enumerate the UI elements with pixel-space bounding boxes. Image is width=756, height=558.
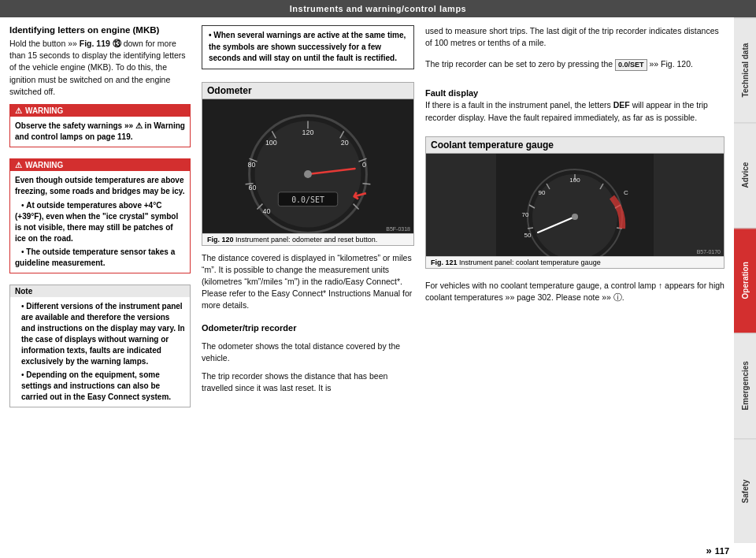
sidebar-item-operation[interactable]: Operation <box>734 228 756 333</box>
warning-body-1: Observe the safety warnings »» ⚠ in Warn… <box>10 117 190 147</box>
coolant-section: Coolant temperature gauge <box>425 136 724 269</box>
odometer-title: Odometer <box>202 83 413 99</box>
note-body: Different versions of the instrument pan… <box>10 297 190 407</box>
coolant-title: Coolant temperature gauge <box>426 137 724 154</box>
sidebar-item-emergencies[interactable]: Emergencies <box>734 333 756 437</box>
fig120-caption: Fig. 120 Instrument panel: odometer and … <box>202 233 413 245</box>
svg-point-39 <box>572 214 578 220</box>
fig120-label: Fig. 120 <box>207 236 234 244</box>
warning2-bullet1: At outside temperatures above +4°C (+39°… <box>15 200 185 244</box>
odometer-trip-title: Odometer/trip recorder <box>202 323 414 333</box>
warning2-bold-text: Even though outside temperatures are abo… <box>15 176 184 195</box>
note-bullet2: Depending on the equipment, some setting… <box>21 370 185 403</box>
odometer-gauge-svg: 120 100 80 60 40 20 0 0.0/SET <box>202 99 413 233</box>
highlight-bullet-icon: • <box>209 31 212 39</box>
main-layout: Identifying letters on engine (MKB) Hold… <box>0 17 756 543</box>
svg-text:50: 50 <box>524 232 532 239</box>
right-body-zero: The trip recorder can be set to zero by … <box>425 58 724 71</box>
right-column: used to measure short trips. The last di… <box>425 25 724 535</box>
page-number: 117 <box>715 546 729 556</box>
coolant-image-area: 100 90 70 50 C B57-0170 <box>426 154 724 256</box>
svg-text:0: 0 <box>362 160 366 168</box>
warning-header-2: ⚠ WARNING <box>10 159 190 171</box>
page-number-row: » 117 <box>0 543 756 558</box>
warning-triangle-icon-2: ⚠ <box>15 161 22 169</box>
svg-text:80: 80 <box>248 160 256 168</box>
warning2-bullet2: The outside temperature sensor takes a g… <box>15 247 185 269</box>
content-area: Identifying letters on engine (MKB) Hold… <box>0 17 734 543</box>
zero-set-button-label: 0.0/SET <box>615 59 647 71</box>
svg-point-20 <box>304 169 312 177</box>
svg-text:0.0/SET: 0.0/SET <box>291 195 324 203</box>
warning-box-1: ⚠ WARNING Observe the safety warnings »»… <box>9 104 191 147</box>
arrow-right-icon: » <box>706 545 711 556</box>
section1-title: Identifying letters on engine (MKB) <box>9 25 191 35</box>
fault-display-section: Fault display If there is a fault in the… <box>425 84 724 123</box>
svg-text:20: 20 <box>341 139 349 147</box>
svg-text:C: C <box>624 189 628 196</box>
svg-text:60: 60 <box>249 183 257 191</box>
svg-text:120: 120 <box>302 128 314 136</box>
highlight-banner: • When several warnings are active at th… <box>202 25 414 69</box>
svg-line-29 <box>528 228 533 229</box>
section1: Identifying letters on engine (MKB) Hold… <box>9 25 191 98</box>
warning-body-2: Even though outside temperatures are abo… <box>10 171 190 273</box>
coolant-image-code: B57-0170 <box>697 249 721 255</box>
section1-body: Hold the button »» Fig. 119 ⑬ down for m… <box>9 38 191 98</box>
warning-box-2: ⚠ WARNING Even though outside temperatur… <box>9 158 191 273</box>
note-header: Note <box>10 285 190 297</box>
odometer-section: Odometer <box>202 82 414 246</box>
svg-line-10 <box>362 183 370 184</box>
fault-display-body: If there is a fault in the instrument pa… <box>425 99 724 123</box>
note-bullet1: Different versions of the instrument pan… <box>21 301 185 367</box>
header-title: Instruments and warning/control lamps <box>290 4 466 13</box>
middle-body2: The odometer shows the total distance co… <box>202 340 414 364</box>
fig121-label: Fig. 121 <box>431 259 458 266</box>
sidebar-item-advice[interactable]: Advice <box>734 122 756 227</box>
warning-header-1: ⚠ WARNING <box>10 105 190 117</box>
svg-text:100: 100 <box>265 139 277 147</box>
fig121-caption: Fig. 121 Instrument panel: coolant tempe… <box>426 256 724 268</box>
highlight-text: When several warnings are active at the … <box>209 31 406 62</box>
coolant-body: For vehicles with no coolant temperature… <box>425 280 724 303</box>
fig121-desc: Instrument panel: coolant temperature ga… <box>459 259 601 266</box>
image-reference-code: B5F-0318 <box>386 226 410 232</box>
left-column: Identifying letters on engine (MKB) Hold… <box>9 25 191 535</box>
sidebar: Technical data Advice Operation Emergenc… <box>734 17 756 543</box>
middle-column: • When several warnings are active at th… <box>202 25 414 535</box>
coolant-gauge-section: Coolant temperature gauge <box>425 136 724 269</box>
svg-text:100: 100 <box>569 177 580 184</box>
note-box: Note Different versions of the instrumen… <box>9 285 191 407</box>
right-body-continuation: used to measure short trips. The last di… <box>425 25 724 49</box>
svg-text:40: 40 <box>262 206 270 214</box>
fault-display-title: Fault display <box>425 88 724 98</box>
sidebar-item-technical-data[interactable]: Technical data <box>734 17 756 122</box>
warning-triangle-icon-1: ⚠ <box>15 106 22 115</box>
sidebar-item-safety[interactable]: Safety <box>734 438 756 543</box>
svg-text:90: 90 <box>539 189 546 196</box>
coolant-gauge-svg: 100 90 70 50 C <box>426 154 724 256</box>
middle-body3: The trip recorder shows the distance tha… <box>202 370 414 394</box>
fig120-desc: Instrument panel: odometer and reset but… <box>235 236 377 244</box>
middle-body1: The distance covered is displayed in “ki… <box>202 252 414 312</box>
page-header: Instruments and warning/control lamps <box>0 0 756 17</box>
odometer-image-area: 120 100 80 60 40 20 0 0.0/SET <box>202 99 413 233</box>
svg-text:70: 70 <box>522 211 529 218</box>
